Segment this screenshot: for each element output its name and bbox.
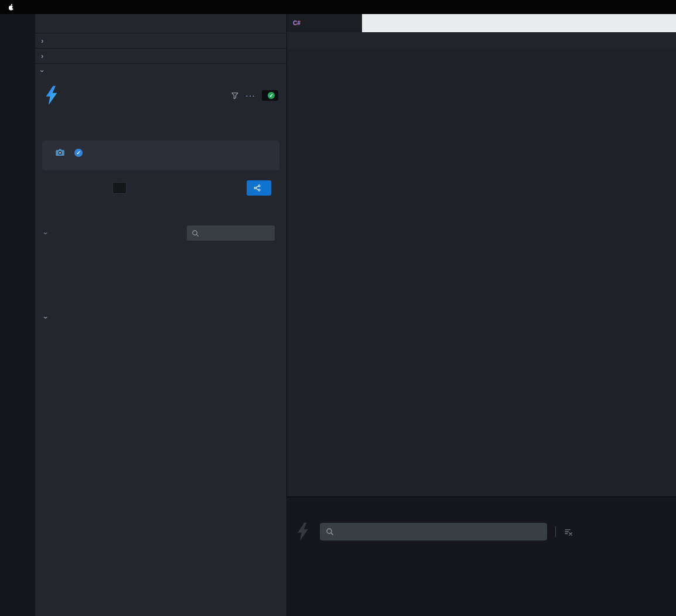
sidebar-tabs	[35, 112, 286, 132]
clear-logs-button[interactable]	[564, 528, 576, 536]
editor-tab-strip: C#	[287, 14, 676, 32]
lightrun-watermark-logo	[291, 522, 315, 542]
user-avatar[interactable]: ✓	[262, 90, 278, 101]
chevron-down-icon: ›	[39, 70, 46, 73]
section-live-share-session-details[interactable]: ›	[35, 33, 286, 48]
snapshot-card: ✓	[42, 141, 279, 170]
bottom-panel	[287, 497, 676, 616]
hit-counter	[108, 182, 131, 194]
editor-region: C#	[287, 14, 676, 497]
breadcrumb	[287, 32, 676, 49]
section-lightrun[interactable]: ›	[35, 63, 286, 78]
lightrun-logo-icon	[43, 85, 60, 105]
variables-section: ›	[35, 224, 286, 242]
filter-icon[interactable]	[231, 91, 239, 100]
csharp-icon: C#	[293, 20, 301, 26]
section-live-share-contacts[interactable]: ›	[35, 48, 286, 63]
hit-index-input[interactable]	[112, 182, 127, 194]
share-button[interactable]	[247, 180, 271, 196]
sidebar: › › › ··· ✓	[35, 14, 287, 616]
panel-tabs	[287, 497, 676, 517]
search-icon	[326, 528, 334, 536]
chevron-down-icon[interactable]: ›	[42, 232, 50, 234]
clear-logs-icon	[564, 528, 573, 536]
lightrun-brand-row: ··· ✓	[35, 78, 286, 107]
console-row	[287, 522, 676, 542]
search-icon	[192, 230, 199, 237]
divider	[555, 526, 556, 537]
code-area	[287, 49, 676, 497]
apple-icon[interactable]	[7, 3, 18, 12]
chevron-right-icon: ›	[41, 37, 44, 45]
brand-actions: ··· ✓	[224, 90, 278, 101]
vscode-window: › › › ··· ✓	[0, 0, 676, 616]
tab-program-cs[interactable]: C#	[287, 14, 362, 32]
console-search-input[interactable]	[320, 523, 547, 540]
activity-icons-bottom	[0, 612, 35, 616]
variables-search-input[interactable]	[187, 225, 275, 241]
snapshot-card-header: ✓	[50, 148, 271, 158]
call-stack-section: ›	[35, 310, 286, 325]
connected-check-icon: ✓	[268, 92, 275, 99]
camera-icon	[55, 148, 65, 158]
sidebar-header	[35, 14, 286, 33]
overflow-menu-icon[interactable]: ···	[245, 91, 255, 100]
hit-navigation	[35, 179, 286, 197]
chevron-right-icon: ›	[41, 52, 44, 60]
verified-check-icon: ✓	[74, 149, 83, 157]
chevron-down-icon[interactable]: ›	[42, 316, 50, 319]
activity-bar	[0, 14, 35, 616]
menu-bar	[0, 0, 676, 14]
